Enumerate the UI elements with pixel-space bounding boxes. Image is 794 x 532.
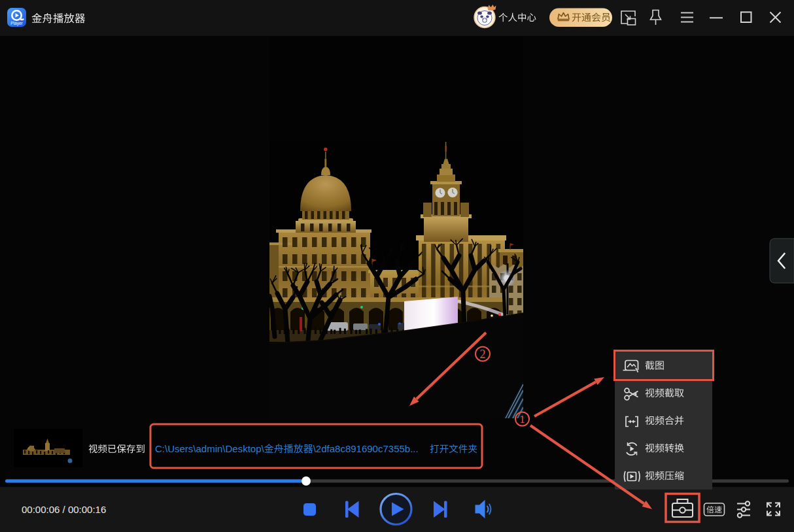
svg-text:2: 2 (480, 348, 486, 361)
svg-text:00:00:06 / 00:00:16: 00:00:06 / 00:00:16 (22, 504, 106, 515)
svg-text:\2dfa8c891690c7355b...: \2dfa8c891690c7355b... (313, 443, 419, 454)
svg-text:1: 1 (519, 413, 525, 425)
svg-text:Player: Player (10, 21, 23, 26)
svg-text:C:\Users\admin\Desktop\: C:\Users\admin\Desktop\ (155, 443, 265, 454)
